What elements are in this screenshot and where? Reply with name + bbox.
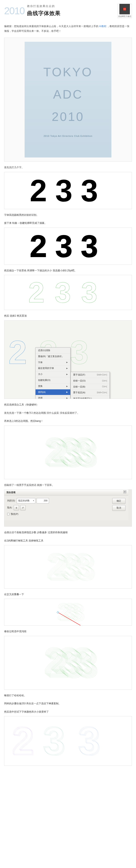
poster: TOKYO ADC 2010 2010 Tokyo Art Directors …: [25, 42, 111, 157]
spacing-count-input[interactable]: 200: [37, 498, 49, 503]
preview-label: 预览(P): [11, 512, 19, 516]
step-11: 在2的两侧打钢笔工具 选择钢笔工具: [4, 538, 132, 543]
ctx-item-redo[interactable]: 重做(R)「建立复合路径」: [36, 353, 70, 360]
orient-align-path-button[interactable]: ⫻: [20, 505, 26, 510]
step-1: 首先先打几个字。: [4, 165, 132, 170]
step-15: 同样的步骤在做253 再在这一点下选这下神通复制。: [4, 702, 132, 706]
ctx-item-font[interactable]: 字体▶: [36, 360, 70, 366]
sub-send-current-layer[interactable]: 发送至当前图层(L): [71, 396, 109, 399]
header-year: 2010: [4, 2, 25, 20]
chevron-right-icon: ▶: [66, 396, 68, 399]
step-4: 然后描边一下前景色 再调整一下描边的大小 我选最小的0.25pt吧。: [4, 269, 132, 273]
figure-red-spine-line: 233 233 233: [4, 599, 132, 626]
intro-text-1: 编者按：想知道如何出来最炫的字体效果么么哒，今天是大人远邻学来一发哦好上手的: [4, 25, 98, 28]
poster-row-2: ADC: [53, 83, 83, 105]
blend-ribbon-4: 233 233 233 233 233 233 233: [16, 642, 120, 683]
poster-caption: 2010 Tokyo Art Directors Club Exhibition: [44, 134, 92, 138]
sub-send-back[interactable]: 置于底层(A)Shift+Ctrl+[: [71, 390, 109, 396]
step-2: 字体我选圆粗黑的比较好识别。: [4, 213, 132, 217]
step-7: 首先先选一下第一个数字2 的边边周围 没什么反应 没有反应就对了。: [4, 411, 132, 415]
chevron-right-icon: ▶: [66, 367, 68, 370]
arrange-submenu[interactable]: 置于顶层(F)Shift+Ctrl+] 前移一层(O)Ctrl+] 后移一层(B…: [70, 372, 110, 399]
outline-numbers: 233: [28, 275, 108, 310]
poster-row-3: 2010: [52, 105, 84, 128]
blend-ribbon-3: 233 233 233: [16, 601, 120, 623]
step-10: 会跳出这个面板选择指定步数 步数越多 过渡的得条就越细: [4, 530, 132, 535]
spacing-label: 间距(S):: [7, 499, 15, 503]
step-8: 再来选上3的边边周围。然后bang！: [4, 419, 132, 424]
dialog-titlebar: 混合选项 ×: [4, 490, 128, 496]
blend-ribbon-2: 233 233 233 233 233: [16, 546, 120, 588]
chevron-right-icon: ▶: [66, 384, 68, 388]
figure-blend-dialog: 混合选项 × 间距(S): 指定的步数 ▾ 200 取向: ⫼: [4, 489, 132, 527]
big-numbers: 233: [30, 175, 106, 206]
figure-context-menu: 233 还原(U)清除 重做(R)「建立复合路径」 字体▶ 最近使用的字体▶ 大…: [4, 320, 132, 399]
ok-button[interactable]: 确定: [112, 498, 126, 504]
spacing-select[interactable]: 指定的步数 ▾: [17, 498, 35, 503]
poster-figure: TOKYO ADC 2010 2010 Tokyo Art Directors …: [4, 38, 132, 162]
step-13: 修改过程选中混沌组: [4, 629, 132, 634]
intro-paragraph: 编者按：想知道如何出来最炫的字体效果么么哒，今天是大人远邻学来一发哦好上手的 A…: [4, 24, 132, 33]
figure-pen-line: 233 233 233 233 233: [4, 545, 132, 589]
sub-bring-front[interactable]: 置于顶层(F)Shift+Ctrl+]: [71, 372, 109, 378]
blend-ribbon: 233 233 233 233 233 233 233: [16, 432, 120, 473]
big-numbers-distressed: 233: [30, 230, 106, 261]
figure-final-wave: 222 333 333: [4, 716, 132, 766]
context-menu[interactable]: 还原(U)清除 重做(R)「建立复合路径」 字体▶ 最近使用的字体▶ 大小▶ 创…: [35, 347, 70, 399]
poster-row-1: TOKYO: [43, 61, 93, 83]
orient-align-page-button[interactable]: ⫼: [14, 505, 19, 510]
final-wave: 222 333 333: [10, 721, 126, 761]
figure-blend-smooth: 233 233 233 233 233 233 233: [4, 636, 132, 690]
ctx-item-create-outlines[interactable]: 创建轮廓(O): [36, 377, 70, 383]
ctx-item-arrange[interactable]: 排列(A)▶: [36, 390, 70, 395]
chevron-right-icon: ▶: [66, 391, 68, 394]
step-16: 然后选中您试下字体颜色和大小就变样了: [4, 710, 132, 714]
tutorial-link[interactable]: AI教程: [99, 25, 106, 28]
ctx-item-transform[interactable]: 变换▶: [36, 383, 70, 390]
header-title: 曲线字体效果: [27, 8, 115, 18]
step-6: 然后选择混合工具（快捷键W）: [4, 403, 132, 407]
chevron-down-icon: ▾: [33, 499, 34, 502]
figure-solid-233: 233: [4, 172, 132, 209]
page-header: 2010 教你打造效果出众的 曲线字体效果 优设网官方微信: [0, 0, 136, 22]
figure-blend-result: 233 233 233 233 233 233 233: [4, 426, 132, 479]
orient-label: 取向:: [7, 506, 12, 510]
article-body: 编者按：想知道如何出来最炫的字体效果么么哒，今天是大人远邻学来一发哦好上手的 A…: [0, 24, 136, 776]
qr-label: 优设网官方微信: [118, 15, 131, 18]
step-3: 接下来 转曲→创建轮廓即完成了描案。: [4, 221, 132, 225]
ctx-item-undo[interactable]: 还原(U)清除: [36, 348, 70, 353]
figure-distressed-233: 233: [4, 227, 132, 265]
chevron-right-icon: ▶: [66, 361, 68, 364]
ctx-item-size[interactable]: 大小▶: [36, 371, 70, 377]
sub-send-backward[interactable]: 后移一层(B)Ctrl+[: [71, 384, 109, 390]
ctx-item-recent-font[interactable]: 最近使用的字体▶: [36, 365, 70, 371]
ctx-item-select[interactable]: 选择▶: [36, 395, 70, 399]
close-icon[interactable]: ×: [124, 490, 126, 493]
step-5: 然后 选择2 将其置顶: [4, 314, 132, 318]
cancel-button[interactable]: 取消: [112, 505, 126, 511]
qr-icon: [120, 4, 130, 14]
step-9: 但敲得了一组黑乎乎反应的话 就按一下回车。: [4, 483, 132, 488]
dialog-title: 混合选项: [6, 490, 15, 495]
sub-bring-forward[interactable]: 前移一层(O)Ctrl+]: [71, 378, 109, 384]
figure-outline-233: 233: [4, 275, 132, 310]
chevron-right-icon: ▶: [66, 373, 68, 376]
step-12: 在交叉的重叠一下: [4, 592, 132, 597]
blend-options-dialog: 混合选项 × 间距(S): 指定的步数 ▾ 200 取向: ⫼: [4, 490, 128, 520]
header-titles: 教你打造效果出众的 曲线字体效果: [27, 4, 115, 18]
preview-checkbox[interactable]: [7, 513, 9, 515]
step-14: 咻就行了哈哈哈哈。: [4, 693, 132, 698]
header-subtitle: 教你打造效果出众的: [27, 4, 115, 8]
qr-code: 优设网官方微信: [117, 4, 132, 18]
